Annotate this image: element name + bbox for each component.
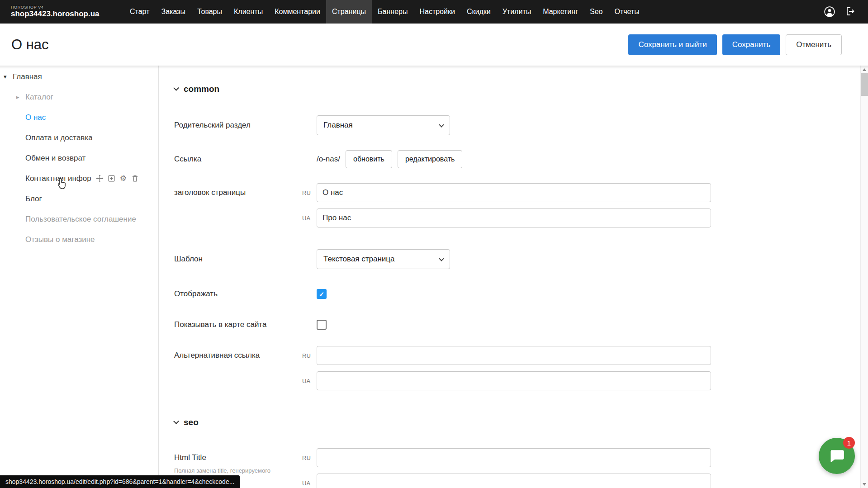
section-title: seo [184, 417, 199, 427]
chevron-down-icon[interactable]: ▾ [4, 73, 13, 80]
link-path: /o-nas/ [317, 155, 340, 164]
logo-domain-label: shop34423.horoshop.ua [11, 10, 124, 19]
field-label: Ссылка [174, 155, 317, 164]
scroll-up-arrow[interactable] [861, 66, 868, 73]
scroll-down-arrow[interactable] [861, 480, 868, 488]
user-icon[interactable] [824, 6, 835, 18]
topnav-item-products[interactable]: Товары [191, 0, 228, 24]
cancel-button[interactable]: Отменить [786, 34, 842, 55]
topnav-item-pages[interactable]: Страницы [326, 0, 372, 24]
sidebar-item-about[interactable]: О нас [0, 107, 158, 128]
save-button[interactable]: Сохранить [722, 34, 780, 55]
add-page-icon[interactable] [107, 174, 116, 183]
sidebar-item-blog[interactable]: Блог [0, 189, 158, 209]
sidebar-item-label: Контактная инфор [25, 174, 91, 183]
chevron-right-icon[interactable]: ▸ [16, 94, 25, 100]
lang-ru-badge: RU [302, 352, 311, 359]
sidebar-item-contact-info[interactable]: Контактная инфор ⚙ [0, 168, 158, 189]
move-icon[interactable] [95, 174, 104, 183]
section-seo[interactable]: seo [174, 417, 860, 428]
section-title: common [184, 84, 219, 94]
html-title-ru-input[interactable] [317, 448, 711, 467]
trash-icon[interactable] [131, 174, 139, 183]
lang-ua-badge: UA [302, 215, 310, 222]
topnav-item-utilities[interactable]: Утилиты [497, 0, 537, 24]
topnav-item-discounts[interactable]: Скидки [461, 0, 497, 24]
sidebar-item-payment-delivery[interactable]: Оплата и доставка [0, 128, 158, 148]
field-label: Отображать [174, 289, 317, 298]
template-select[interactable]: Текстовая страница [317, 249, 450, 269]
pages-tree-sidebar: ▾ Главная ▸ Каталог О нас Оплата и доста… [0, 66, 159, 488]
field-page-title: заголовок страницы RU UA [174, 183, 860, 227]
display-checkbox[interactable]: ✓ [317, 289, 327, 299]
header-buttons: Сохранить и выйти Сохранить Отменить [628, 34, 842, 55]
field-label: заголовок страницы [174, 183, 317, 202]
content-layout: ▾ Главная ▸ Каталог О нас Оплата и доста… [0, 66, 868, 488]
field-display: Отображать ✓ [174, 289, 860, 299]
site-logo[interactable]: HOROSHOP V4 shop34423.horoshop.ua [11, 5, 124, 19]
field-label: Шаблон [174, 255, 317, 264]
field-html-title: Html Title Полная замена title, генериру… [174, 448, 860, 488]
topnav-item-seo[interactable]: Seo [584, 0, 608, 24]
scrollbar-thumb[interactable] [861, 73, 868, 96]
sidebar-item-user-agreement[interactable]: Пользовательское соглашение [0, 209, 158, 229]
topnav-item-start[interactable]: Старт [124, 0, 155, 24]
save-and-exit-button[interactable]: Сохранить и выйти [628, 34, 716, 55]
sidebar-item-label: Главная [13, 72, 42, 81]
select-value: Текстовая страница [323, 255, 395, 264]
chevron-down-icon [439, 256, 444, 261]
chat-unread-badge: 1 [843, 437, 855, 449]
field-label: Родительский раздел [174, 121, 317, 130]
tree-row-actions: ⚙ [95, 174, 139, 183]
page-title-ru-input[interactable] [317, 183, 711, 202]
topnav-item-reports[interactable]: Отчеты [608, 0, 645, 24]
sidebar-item-label: Пользовательское соглашение [25, 215, 136, 224]
status-url-tooltip: shop34423.horoshop.ua/edit/edit.php?id=6… [0, 475, 240, 488]
sidebar-item-store-reviews[interactable]: Отзывы о магазине [0, 229, 158, 250]
topnav-item-marketing[interactable]: Маркетинг [537, 0, 584, 24]
chevron-down-icon [173, 418, 179, 424]
topnav-item-clients[interactable]: Клиенты [228, 0, 269, 24]
sidebar-item-exchange-return[interactable]: Обмен и возврат [0, 148, 158, 168]
sidebar-item-label: Оплата и доставка [25, 133, 93, 142]
page-title: О нас [11, 37, 49, 53]
html-title-ua-input[interactable] [317, 474, 711, 488]
topbar: HOROSHOP V4 shop34423.horoshop.ua Старт … [0, 0, 868, 24]
page-title-ua-input[interactable] [317, 208, 711, 227]
gear-icon[interactable]: ⚙ [119, 174, 128, 183]
field-label: Альтернативная ссылка [174, 346, 317, 365]
topnav-item-settings[interactable]: Настройки [413, 0, 460, 24]
edit-link-button[interactable]: редактировать [398, 150, 462, 168]
topbar-right [824, 6, 856, 18]
scrollbar[interactable] [860, 66, 868, 488]
chat-widget-button[interactable]: 1 [819, 438, 855, 474]
sidebar-item-home[interactable]: ▾ Главная [0, 66, 158, 87]
refresh-link-button[interactable]: обновить [346, 150, 392, 168]
logout-icon[interactable] [844, 6, 856, 18]
chevron-down-icon [173, 85, 179, 91]
sidebar-item-label: О нас [25, 113, 46, 122]
field-parent-section: Родительский раздел Главная [174, 115, 860, 135]
lang-ua-badge: UA [302, 378, 310, 384]
field-label: Показывать в карте сайта [174, 320, 317, 329]
alt-link-ru-input[interactable] [317, 346, 711, 365]
field-sitemap: Показывать в карте сайта [174, 320, 860, 330]
chevron-down-icon [439, 122, 444, 127]
field-template: Шаблон Текстовая страница [174, 249, 860, 269]
topnav-item-orders[interactable]: Заказы [155, 0, 191, 24]
sidebar-item-label: Отзывы о магазине [25, 235, 95, 244]
topnav-item-banners[interactable]: Баннеры [372, 0, 413, 24]
chat-bubble-icon [828, 447, 845, 464]
top-navigation: Старт Заказы Товары Клиенты Комментарии … [124, 0, 645, 24]
lang-ua-badge: UA [302, 480, 310, 487]
checkmark-icon: ✓ [319, 291, 325, 298]
sitemap-checkbox[interactable] [317, 320, 327, 330]
topnav-item-comments[interactable]: Комментарии [269, 0, 326, 24]
sidebar-item-label: Обмен и возврат [25, 154, 85, 163]
page-header: О нас Сохранить и выйти Сохранить Отмени… [0, 24, 868, 66]
section-common[interactable]: common [174, 84, 860, 95]
alt-link-ua-input[interactable] [317, 371, 711, 390]
parent-section-select[interactable]: Главная [317, 115, 450, 135]
sidebar-item-catalog[interactable]: ▸ Каталог [0, 87, 158, 107]
lang-ru-badge: RU [302, 455, 311, 461]
